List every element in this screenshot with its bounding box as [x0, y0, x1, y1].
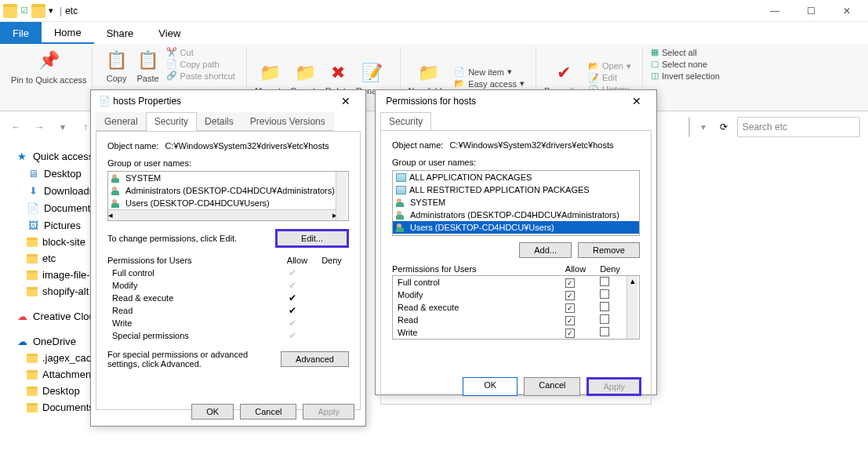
address-bar[interactable] — [688, 117, 690, 137]
new-folder-icon: 📁 — [416, 60, 442, 86]
advanced-button[interactable]: Advanced — [281, 351, 349, 367]
tab-general[interactable]: General — [96, 112, 147, 131]
folder-icon — [27, 287, 38, 296]
minimize-button[interactable]: — — [757, 0, 793, 22]
allow-check: ✔ — [275, 305, 310, 316]
pin-label: Pin to Quick access — [11, 75, 87, 85]
allow-checkbox[interactable]: ✓ — [553, 290, 587, 300]
perm-row: Write ✓ — [393, 326, 639, 339]
add-button[interactable]: Add... — [519, 242, 572, 258]
dialog-titlebar[interactable]: 📄 hosts Properties ✕ — [91, 90, 365, 112]
tab-previous-versions[interactable]: Previous Versions — [242, 112, 334, 131]
cancel-button[interactable]: Cancel — [240, 404, 296, 419]
back-button[interactable]: ← — [8, 118, 25, 136]
list-item[interactable]: ALL APPLICATION PACKAGES — [393, 171, 639, 183]
allow-checkbox[interactable]: ✓ — [553, 303, 587, 313]
scrollbar-horizontal[interactable]: ◂▸ — [108, 209, 337, 220]
deny-checkbox[interactable] — [587, 277, 622, 288]
edit-button[interactable]: 📝Edit — [588, 73, 631, 83]
remove-button[interactable]: Remove — [578, 242, 640, 258]
pin-group[interactable]: 📌 Pin to Quick access — [6, 47, 93, 108]
perm-name: Modify — [398, 290, 553, 300]
user-icon — [111, 187, 122, 195]
tab-security[interactable]: Security — [146, 112, 197, 131]
select-none-icon: ▢ — [651, 59, 659, 69]
dialog-titlebar[interactable]: Permissions for hosts ✕ — [376, 90, 656, 112]
group-user-list[interactable]: SYSTEM Administrators (DESKTOP-CD4HDCU¥A… — [107, 171, 349, 221]
perm-name: Read & execute — [112, 293, 275, 303]
list-item[interactable]: Administrators (DESKTOP-CD4HDCU¥Administ… — [393, 209, 639, 221]
allow-check: ✔ — [275, 267, 310, 278]
deny-checkbox[interactable] — [587, 302, 622, 313]
search-input[interactable]: Search etc — [737, 117, 860, 137]
tab-details[interactable]: Details — [196, 112, 242, 131]
list-item[interactable]: Users (DESKTOP-CD4HDCU¥Users) — [393, 221, 639, 234]
deny-checkbox[interactable] — [587, 314, 622, 325]
history-dropdown[interactable]: ▾ — [54, 118, 71, 136]
close-button[interactable]: ✕ — [334, 95, 358, 107]
deny-checkbox[interactable] — [587, 327, 622, 338]
select-all-icon: ▦ — [651, 47, 659, 57]
forward-button[interactable]: → — [31, 118, 49, 136]
copy-button[interactable]: 📋 Copy — [104, 47, 130, 83]
window-titlebar: ☑ ▾ | etc — ☐ ✕ — [0, 0, 868, 22]
tab-row: General Security Details Previous Versio… — [91, 112, 365, 131]
ribbon-tabs: File Home Share View — [0, 22, 868, 44]
new-item-button[interactable]: 📄New item ▾ — [454, 67, 525, 77]
perm-name: Modify — [112, 281, 275, 290]
close-button[interactable]: ✕ — [829, 0, 865, 22]
allow-checkbox[interactable]: ✓ — [553, 278, 587, 288]
edit-button[interactable]: Edit... — [275, 229, 349, 248]
perm-name: Full control — [112, 268, 275, 278]
select-all-button[interactable]: ▦Select all — [651, 47, 720, 57]
refresh-button[interactable]: ⟳ — [717, 122, 731, 133]
qat-dropdown-icon[interactable]: ▾ — [49, 5, 53, 16]
copy-path-icon: 📄 — [166, 59, 177, 69]
allow-checkbox[interactable]: ✓ — [553, 315, 587, 325]
list-item[interactable]: ALL RESTRICTED APPLICATION PACKAGES — [393, 183, 639, 196]
invert-selection-button[interactable]: ◫Invert selection — [651, 71, 720, 81]
permissions-table: Full control ✔ Modify ✔ Read & execute ✔… — [107, 267, 349, 342]
package-icon — [396, 173, 406, 182]
easy-access-button[interactable]: 📂Easy access ▾ — [454, 78, 525, 89]
perm-name: Write — [112, 318, 275, 328]
apply-button[interactable]: Apply — [587, 377, 641, 396]
allow-check: ✔ — [275, 292, 310, 303]
allow-check: ✔ — [275, 318, 310, 329]
deny-checkbox[interactable] — [587, 289, 622, 300]
tab-home[interactable]: Home — [42, 22, 94, 44]
folder-icon — [27, 254, 38, 263]
open-button[interactable]: 📂Open ▾ — [588, 61, 631, 71]
tab-security[interactable]: Security — [380, 112, 431, 130]
group-user-list[interactable]: ALL APPLICATION PACKAGESALL RESTRICTED A… — [392, 170, 640, 236]
deny-header: Deny — [593, 264, 627, 274]
maximize-button[interactable]: ☐ — [793, 0, 829, 22]
list-item: Administrators (DESKTOP-CD4HDCU¥Administ… — [108, 184, 348, 197]
scrollbar-vertical[interactable] — [336, 172, 347, 220]
tab-file[interactable]: File — [0, 22, 42, 44]
folder-icon — [27, 271, 38, 280]
apply-button[interactable]: Apply — [303, 404, 354, 419]
allow-header: Allow — [558, 264, 593, 274]
tab-view[interactable]: View — [146, 22, 193, 44]
qat-save-icon[interactable]: ☑ — [20, 5, 28, 16]
copy-path-button[interactable]: 📄Copy path — [166, 59, 235, 69]
select-none-button[interactable]: ▢Select none — [651, 59, 720, 69]
dropdown-icon[interactable]: ▾ — [696, 122, 710, 133]
tab-share[interactable]: Share — [94, 22, 147, 44]
list-item[interactable]: SYSTEM — [393, 196, 639, 209]
paste-button[interactable]: 📋 Paste — [135, 47, 162, 83]
cut-button[interactable]: ✂️Cut — [166, 47, 235, 57]
scrollbar-vertical[interactable]: ▴ — [626, 276, 637, 339]
perm-name: Write — [398, 328, 553, 337]
easy-access-icon: 📂 — [454, 78, 465, 89]
cancel-button[interactable]: Cancel — [524, 377, 580, 396]
desktop-icon: 🖥 — [27, 167, 39, 180]
paste-shortcut-button[interactable]: 🔗Paste shortcut — [166, 71, 235, 81]
perm-row: Special permissions ✔ — [107, 329, 349, 342]
close-button[interactable]: ✕ — [625, 95, 648, 107]
ok-button[interactable]: OK — [463, 377, 518, 396]
ok-button[interactable]: OK — [191, 404, 234, 419]
allow-checkbox[interactable]: ✓ — [553, 328, 587, 338]
perm-row: Modify ✔ — [107, 279, 349, 292]
